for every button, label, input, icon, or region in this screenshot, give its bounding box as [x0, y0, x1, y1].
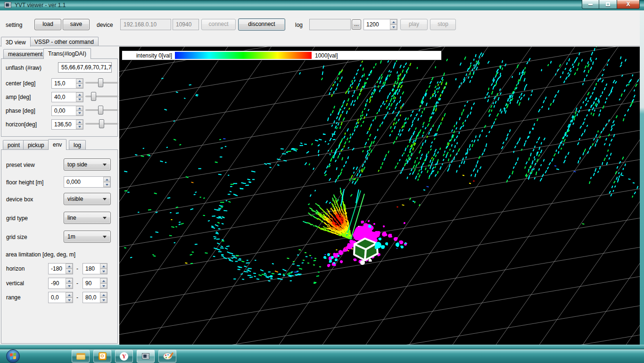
grid-type-dropdown[interactable]: line — [64, 212, 111, 224]
tab-3d-view[interactable]: 3D view — [1, 37, 31, 47]
amp-label: amp [deg] — [6, 94, 31, 100]
log-path-field[interactable] — [309, 19, 351, 30]
tab-trans-logdai[interactable]: Trans(#logDAI) — [43, 48, 91, 59]
taskbar-explorer-button[interactable] — [72, 350, 90, 363]
preset-view-dropdown[interactable]: top side — [64, 158, 111, 171]
port-field[interactable]: 10940 — [173, 19, 199, 30]
legend-gradient — [175, 52, 312, 59]
taskbar-yandex-button[interactable]: Y — [115, 350, 133, 363]
spin-down[interactable] — [76, 124, 83, 129]
load-button[interactable]: load — [34, 19, 61, 30]
horizon-from-spinner[interactable]: -180 — [48, 263, 73, 274]
phase-slider[interactable] — [85, 106, 118, 115]
save-button[interactable]: save — [63, 19, 90, 30]
disconnect-button[interactable]: disconnect — [238, 18, 285, 31]
taskbar: O Y EN K ⚐ 12:58 — [0, 349, 644, 363]
slider-thumb[interactable] — [98, 106, 103, 115]
folder-icon — [76, 353, 85, 360]
tab-log[interactable]: log — [69, 140, 86, 149]
center-slider[interactable] — [85, 78, 118, 88]
spin-down[interactable] — [76, 83, 83, 88]
log-speed-spinner[interactable]: 1200 — [363, 19, 397, 30]
horizon-value[interactable]: 136,50 — [52, 120, 76, 129]
slider-thumb[interactable] — [98, 78, 103, 87]
spin-up[interactable] — [66, 264, 73, 269]
vertical-from-spinner[interactable]: -90 — [48, 278, 73, 289]
spin-down[interactable] — [76, 111, 83, 116]
floor-height-spinner[interactable]: 0,000 — [64, 176, 111, 188]
stop-button[interactable]: stop — [430, 19, 456, 30]
floor-height-value[interactable]: 0,000 — [64, 177, 103, 187]
device-label: device — [97, 22, 113, 28]
spin-down[interactable] — [76, 97, 83, 102]
range-to-value[interactable]: 80,0 — [83, 292, 100, 303]
legend-max-label: 1000[val] — [315, 52, 338, 59]
connect-button[interactable]: connect — [201, 19, 236, 30]
tab-pickup[interactable]: pickup — [23, 140, 49, 149]
app-body: setting load save device 192.168.0.10 10… — [0, 10, 640, 345]
amp-slider[interactable] — [85, 92, 118, 101]
browse-button[interactable]: ... — [352, 19, 361, 30]
vertical-from-value[interactable]: -90 — [49, 278, 66, 289]
taskbar-outlook-button[interactable]: O — [93, 350, 111, 363]
tab-point[interactable]: point — [3, 140, 25, 149]
center-spinner[interactable]: 15,0 — [51, 78, 83, 89]
spin-down[interactable] — [66, 297, 73, 303]
spin-down[interactable] — [100, 297, 107, 303]
slider-thumb[interactable] — [99, 119, 104, 128]
close-icon: X — [626, 1, 630, 8]
vertical-to-spinner[interactable]: 90 — [83, 278, 107, 289]
start-button[interactable] — [6, 349, 20, 363]
spin-down[interactable] — [66, 269, 73, 274]
unflash-field[interactable]: 55,66,67,69,70,71,73 — [58, 62, 112, 73]
play-button[interactable]: play — [400, 19, 428, 30]
device-box-dropdown[interactable]: visible — [64, 193, 111, 205]
range-from-spinner[interactable]: 0,0 — [48, 292, 73, 303]
spin-down[interactable] — [66, 283, 73, 289]
spin-up[interactable] — [66, 278, 73, 283]
phase-value[interactable]: 0,00 — [52, 106, 76, 116]
spin-up[interactable] — [100, 292, 107, 297]
horizon-to-value[interactable]: 180 — [83, 264, 100, 274]
tab-vssp-other-command[interactable]: VSSP - other command — [30, 37, 99, 46]
maximize-button[interactable] — [599, 0, 617, 9]
spin-down[interactable] — [390, 25, 397, 30]
range-to-spinner[interactable]: 80,0 — [83, 292, 107, 303]
center-value[interactable]: 15,0 — [52, 79, 76, 88]
pointcloud-canvas[interactable] — [119, 47, 640, 345]
spin-up[interactable] — [66, 292, 73, 297]
horizon-spinner[interactable]: 136,50 — [51, 119, 83, 130]
spin-up[interactable] — [76, 92, 83, 97]
spin-down[interactable] — [103, 182, 110, 187]
spin-up[interactable] — [76, 79, 83, 83]
spin-up[interactable] — [100, 264, 107, 269]
amp-spinner[interactable]: 40,0 — [51, 92, 83, 102]
phase-spinner[interactable]: 0,00 — [51, 106, 83, 116]
up-arrow-icon — [78, 94, 81, 96]
horizon-to-spinner[interactable]: 180 — [83, 263, 107, 274]
spin-down[interactable] — [100, 283, 107, 289]
tab-env[interactable]: env — [48, 139, 66, 150]
tab-measurement[interactable]: measurement — [3, 49, 47, 58]
vertical-to-value[interactable]: 90 — [83, 278, 100, 289]
close-button[interactable]: X — [617, 0, 640, 9]
ip-address-field[interactable]: 192.168.0.10 — [120, 19, 171, 30]
up-arrow-icon — [102, 280, 105, 282]
slider-thumb[interactable] — [91, 92, 96, 101]
horizon-slider[interactable] — [85, 119, 118, 129]
spin-up[interactable] — [390, 19, 397, 25]
log-speed-value[interactable]: 1200 — [364, 19, 390, 30]
spin-up[interactable] — [103, 177, 110, 182]
taskbar-yvt-viewer-button[interactable] — [137, 350, 155, 363]
amp-value[interactable]: 40,0 — [52, 92, 76, 102]
taskbar-paint-button[interactable] — [158, 350, 176, 363]
grid-size-dropdown[interactable]: 1m — [64, 231, 111, 243]
spin-up[interactable] — [76, 106, 83, 111]
horizon-from-value[interactable]: -180 — [49, 264, 66, 274]
spin-down[interactable] — [100, 269, 107, 274]
spin-up[interactable] — [76, 120, 83, 124]
paint-icon — [163, 353, 172, 360]
spin-up[interactable] — [100, 278, 107, 283]
range-from-value[interactable]: 0,0 — [49, 292, 66, 303]
minimize-button[interactable] — [582, 0, 599, 9]
